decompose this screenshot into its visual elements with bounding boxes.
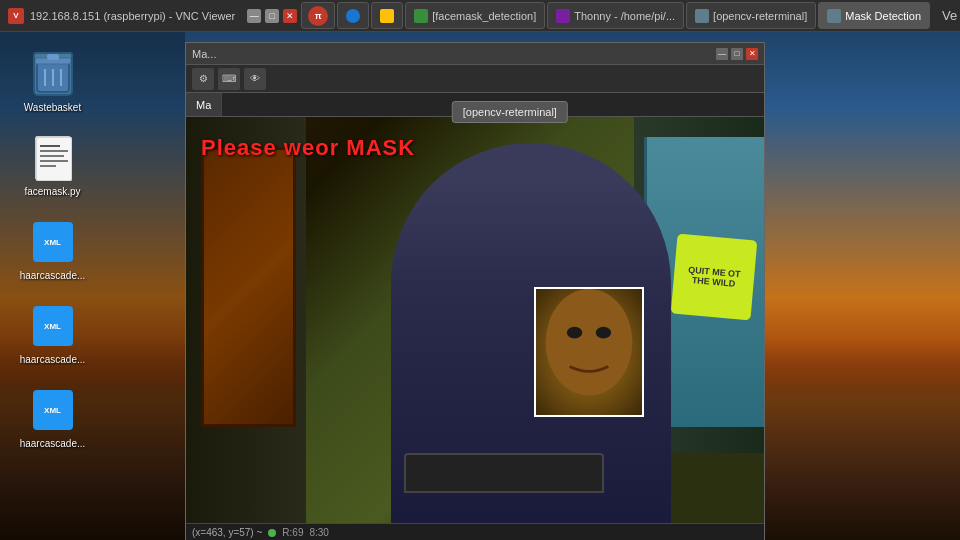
haar2-img: XML bbox=[33, 306, 73, 346]
status-dot bbox=[268, 529, 276, 537]
svg-rect-6 bbox=[36, 137, 72, 181]
monitor-icon bbox=[695, 9, 709, 23]
desktop: V 192.168.8.151 (raspberrypi) - VNC View… bbox=[0, 0, 960, 540]
svg-rect-8 bbox=[40, 150, 68, 152]
fridge-sticker-text: QUIT ME OT THE WILD bbox=[678, 264, 749, 290]
desktop-icon-haar3[interactable]: XML haarcascade... bbox=[15, 386, 90, 450]
tab-opencv-reterminal[interactable]: [opencv-reterminal] bbox=[686, 2, 816, 29]
face-content bbox=[536, 289, 642, 415]
haar1-label: haarcascade... bbox=[20, 270, 86, 282]
folder-icon bbox=[380, 9, 394, 23]
svg-rect-11 bbox=[40, 165, 56, 167]
tray-ve-icon: Ve bbox=[942, 8, 957, 23]
svg-rect-2 bbox=[47, 54, 59, 60]
desktop-icon-haar1[interactable]: XML haarcascade... bbox=[15, 218, 90, 282]
tab-thonny[interactable]: Thonny - /home/pi/... bbox=[547, 2, 684, 29]
tab-thonny-label: Thonny - /home/pi/... bbox=[574, 10, 675, 22]
wastebasket-img bbox=[33, 52, 73, 96]
facemask-label: facemask.py bbox=[24, 186, 80, 198]
svg-rect-7 bbox=[40, 145, 60, 147]
maximize-button[interactable]: □ bbox=[265, 9, 279, 23]
svg-point-13 bbox=[567, 327, 582, 339]
desktop-icon-haar2[interactable]: XML haarcascade... bbox=[15, 302, 90, 366]
vnc-maximize-button[interactable]: □ bbox=[731, 48, 743, 60]
wastebasket-icon bbox=[29, 50, 77, 98]
vnc-window: Ma... — □ ✕ ⚙ ⌨ 👁 Ma [opencv-reterminal] bbox=[185, 42, 765, 540]
status-bar: (x=463, y=57) ~ R:69 8:30 bbox=[186, 523, 764, 540]
camera-feed[interactable]: QUIT ME OT THE WILD bbox=[186, 117, 764, 523]
terminal-icon bbox=[414, 9, 428, 23]
desktop-icon-wastebasket[interactable]: Wastebasket bbox=[15, 50, 90, 114]
toolbar-keyboard-button[interactable]: ⌨ bbox=[218, 68, 240, 90]
cursor-coordinates: (x=463, y=57) ~ bbox=[192, 527, 262, 538]
laptop bbox=[404, 453, 604, 493]
window-controls: — □ ✕ bbox=[247, 9, 297, 23]
thonny-icon bbox=[556, 9, 570, 23]
color-value: R:69 bbox=[282, 527, 303, 538]
room-door bbox=[201, 147, 296, 427]
svg-point-14 bbox=[596, 327, 611, 339]
content-tab-ma-label: Ma bbox=[196, 99, 211, 111]
desktop-icon-facemask[interactable]: facemask.py bbox=[15, 134, 90, 198]
desktop-icons: Wastebasket facemask.py bbox=[15, 50, 90, 450]
vnc-icon: V bbox=[8, 8, 24, 24]
tab-terminal-facemask[interactable]: [facemask_detection] bbox=[405, 2, 545, 29]
tooltip-text: [opencv-reterminal] bbox=[463, 106, 557, 118]
fridge-sticker: QUIT ME OT THE WILD bbox=[671, 234, 758, 321]
tab-globe[interactable] bbox=[337, 2, 369, 29]
haar1-img: XML bbox=[33, 222, 73, 262]
vnc-window-title: Ma... bbox=[192, 48, 716, 60]
vnc-titlebar: Ma... — □ ✕ bbox=[186, 43, 764, 65]
pi-icon: π bbox=[308, 6, 328, 26]
system-tray: Ve 🔵 📶 🔊 11:31 bbox=[934, 8, 960, 23]
face-detection-box bbox=[534, 287, 644, 417]
svg-point-12 bbox=[546, 289, 633, 396]
toolbar-view-button[interactable]: 👁 bbox=[244, 68, 266, 90]
tab-mask-detection[interactable]: Mask Detection bbox=[818, 2, 930, 29]
haar1-icon: XML bbox=[29, 218, 77, 266]
wastebasket-label: Wastebasket bbox=[24, 102, 81, 114]
taskbar-tabs: π [facemask_detection] Thonny - /home/pi… bbox=[297, 0, 934, 31]
haar3-label: haarcascade... bbox=[20, 438, 86, 450]
svg-rect-10 bbox=[40, 160, 68, 162]
haar2-label: haarcascade... bbox=[20, 354, 86, 366]
toolbar-settings-button[interactable]: ⚙ bbox=[192, 68, 214, 90]
tooltip-popup: [opencv-reterminal] bbox=[452, 101, 568, 123]
haar3-icon: XML bbox=[29, 386, 77, 434]
warning-text: Please weor MASK bbox=[201, 135, 415, 161]
facemask-img bbox=[35, 136, 71, 180]
mask-icon bbox=[827, 9, 841, 23]
window-title-area: V 192.168.8.151 (raspberrypi) - VNC View… bbox=[0, 8, 243, 24]
tab-opencv-label: [opencv-reterminal] bbox=[713, 10, 807, 22]
haar2-icon: XML bbox=[29, 302, 77, 350]
taskbar: V 192.168.8.151 (raspberrypi) - VNC View… bbox=[0, 0, 960, 32]
haar3-img: XML bbox=[33, 390, 73, 430]
close-button[interactable]: ✕ bbox=[283, 9, 297, 23]
vnc-close-button[interactable]: ✕ bbox=[746, 48, 758, 60]
tab-files[interactable] bbox=[371, 2, 403, 29]
facemask-icon bbox=[29, 134, 77, 182]
svg-rect-9 bbox=[40, 155, 64, 157]
globe-icon bbox=[346, 9, 360, 23]
content-tabs: Ma [opencv-reterminal] bbox=[186, 93, 764, 117]
content-tab-ma[interactable]: Ma bbox=[186, 93, 222, 116]
tab-mask-label: Mask Detection bbox=[845, 10, 921, 22]
vnc-window-controls: — □ ✕ bbox=[716, 48, 758, 60]
tab-pi-logo[interactable]: π bbox=[301, 2, 335, 29]
window-title-text: 192.168.8.151 (raspberrypi) - VNC Viewer bbox=[30, 10, 235, 22]
minimize-button[interactable]: — bbox=[247, 9, 261, 23]
vnc-toolbar: ⚙ ⌨ 👁 bbox=[186, 65, 764, 93]
tab-terminal-label: [facemask_detection] bbox=[432, 10, 536, 22]
vnc-minimize-button[interactable]: — bbox=[716, 48, 728, 60]
extra-status: 8:30 bbox=[309, 527, 328, 538]
